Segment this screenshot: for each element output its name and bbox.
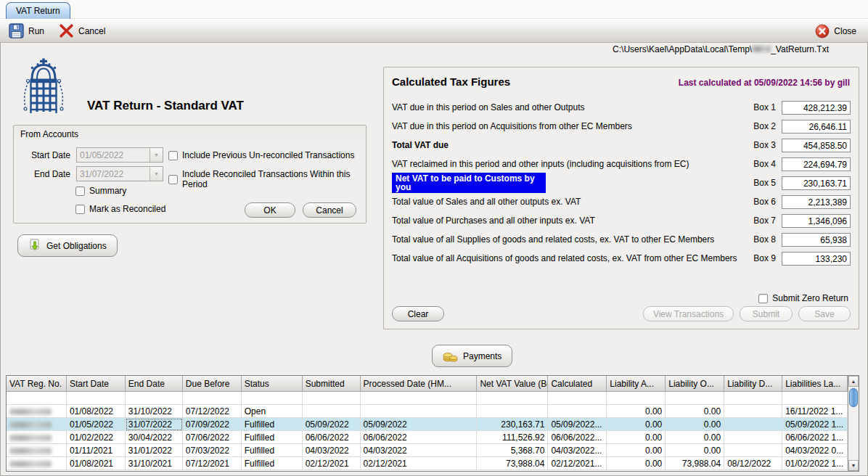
scroll-up-button[interactable]: ▲ [848, 376, 859, 387]
mark-as-reconciled-checkbox[interactable] [75, 205, 85, 214]
grid-cell[interactable]: 0.00 [666, 444, 724, 457]
submit-zero-return-checkbox[interactable] [758, 294, 768, 303]
grid-cell[interactable]: 05/09/2022 [303, 418, 361, 431]
vertical-scrollbar[interactable]: ▲ ▼ [848, 376, 859, 471]
grid-cell[interactable]: 73,988.04 [666, 457, 724, 470]
start-date-picker[interactable]: 01/05/2022 ▼ [76, 147, 163, 163]
end-date-picker[interactable]: 31/07/2022 ▼ [76, 166, 163, 181]
box-value-field[interactable]: 2,213,389 [782, 195, 851, 209]
from-accounts-ok-button[interactable]: OK [245, 202, 295, 218]
grid-row[interactable]: 01/08/202231/10/202207/12/2022Open0.000.… [7, 405, 848, 418]
grid-row[interactable]: 01/08/202131/10/202107/12/2021Fulfilled0… [7, 457, 848, 470]
grid-cell[interactable] [724, 405, 782, 418]
box-value-field[interactable]: 133,230 [782, 252, 851, 266]
grid-cell[interactable]: 04/03/2022 [303, 444, 361, 457]
grid-cell[interactable]: 04/03/2022 0... [782, 444, 848, 457]
grid-cell[interactable]: Fulfilled [242, 418, 303, 431]
include-previous-unreconciled-checkbox[interactable] [168, 151, 178, 160]
grid-cell[interactable]: 01/02/2022 1... [782, 457, 848, 470]
save-button[interactable]: Save [798, 306, 851, 321]
include-reconciled-within-checkbox[interactable] [168, 175, 178, 184]
grid-cell[interactable] [548, 392, 607, 405]
grid-cell[interactable] [7, 392, 67, 405]
grid-cell[interactable]: Fulfilled [242, 444, 303, 457]
grid-cell[interactable]: 31/10/2022 [126, 405, 183, 418]
grid-cell[interactable] [782, 392, 848, 405]
column-header[interactable]: Processed Date (HM... [361, 376, 478, 392]
grid-cell[interactable] [477, 405, 548, 418]
grid-cell[interactable] [724, 431, 782, 444]
grid-row[interactable]: 01/02/202230/04/202207/06/2022Fulfilled0… [7, 431, 848, 444]
from-accounts-cancel-button[interactable]: Cancel [303, 202, 356, 218]
close-button[interactable]: Close [808, 20, 868, 42]
grid-cell[interactable]: 01/05/2022 [67, 418, 126, 431]
box-value-field[interactable]: 26,646.11 [782, 120, 851, 134]
column-header[interactable]: Start Date [67, 376, 126, 392]
column-header[interactable]: VAT Reg. No. [7, 376, 67, 392]
grid-cell[interactable] [242, 392, 303, 405]
grid-cell[interactable]: 06/06/2022 1... [782, 431, 848, 444]
column-header[interactable]: Net VAT Value (Box... [477, 376, 548, 392]
box-value-field[interactable]: 1,346,096 [782, 214, 851, 228]
grid-cell[interactable] [7, 444, 67, 457]
combo-arrow-icon[interactable]: ▼ [150, 148, 163, 162]
grid-cell[interactable]: 07/12/2021 [183, 457, 242, 470]
grid-cell[interactable]: Open [242, 405, 303, 418]
grid-cell[interactable]: 0.00 [607, 405, 666, 418]
column-header[interactable]: Liability D... [724, 376, 782, 392]
grid-cell[interactable] [724, 444, 782, 457]
grid-cell[interactable]: 16/11/2022 1... [782, 405, 848, 418]
column-header[interactable]: Status [242, 376, 303, 392]
grid-cell[interactable] [126, 392, 183, 405]
box-value-field[interactable]: 454,858.50 [782, 139, 851, 152]
grid-cell[interactable]: 02/12/2021 [361, 457, 478, 470]
grid-cell[interactable]: 0.00 [666, 418, 724, 431]
column-header[interactable]: Liability A... [607, 376, 666, 392]
grid-cell[interactable] [607, 392, 666, 405]
grid-cell[interactable]: 0.00 [607, 418, 666, 431]
grid-cell[interactable] [724, 418, 782, 431]
box-value-field[interactable]: 428,212.39 [782, 101, 851, 115]
grid-cell[interactable]: 0.00 [666, 431, 724, 444]
grid-cell[interactable]: 5,368.70 [477, 444, 548, 457]
grid-cell[interactable] [666, 392, 724, 405]
grid-cell[interactable] [7, 431, 67, 444]
grid-cell[interactable] [361, 392, 478, 405]
grid-row[interactable]: 01/11/202131/01/202207/03/2022Fulfilled0… [7, 444, 848, 457]
grid-cell[interactable] [477, 392, 548, 405]
view-transactions-button[interactable]: View Transactions [643, 306, 734, 321]
grid-cell[interactable]: 0.00 [666, 405, 724, 418]
grid-cell[interactable] [7, 405, 67, 418]
grid-cell[interactable]: 01/08/2022 [67, 405, 126, 418]
grid-cell[interactable]: 30/04/2022 [126, 431, 183, 444]
grid-cell[interactable]: 230,163.71 [477, 418, 548, 431]
run-button[interactable]: Run [0, 20, 52, 42]
submit-button[interactable]: Submit [740, 306, 793, 321]
get-obligations-button[interactable]: Get Obligations [17, 234, 118, 257]
grid-cell[interactable]: 02/12/2021... [548, 457, 607, 470]
grid-cell[interactable]: 0.00 [607, 431, 666, 444]
combo-arrow-icon[interactable]: ▼ [150, 167, 163, 181]
column-header[interactable]: End Date [126, 376, 183, 392]
grid-cell[interactable]: 04/03/2022... [548, 444, 607, 457]
grid-cell[interactable]: 111,526.92 [477, 431, 548, 444]
grid-cell[interactable] [67, 392, 126, 405]
column-header[interactable]: Due Before [183, 376, 242, 392]
column-header[interactable]: Calculated [548, 376, 607, 392]
grid-cell[interactable] [303, 405, 361, 418]
grid-cell[interactable]: 05/09/2022 [361, 418, 478, 431]
grid-cell[interactable]: 04/03/2022 [361, 444, 478, 457]
grid-cell[interactable]: Fulfilled [242, 457, 303, 470]
grid-cell[interactable] [7, 418, 67, 431]
grid-cell[interactable] [7, 457, 67, 470]
payments-button[interactable]: Payments [432, 345, 512, 367]
grid-cell[interactable]: 31/01/2022 [126, 444, 183, 457]
grid-cell[interactable]: 06/06/2022... [548, 431, 607, 444]
grid-cell[interactable] [183, 392, 242, 405]
grid-cell[interactable]: 01/11/2021 [67, 444, 126, 457]
column-header[interactable]: Liability O... [666, 376, 724, 392]
grid-cell[interactable] [303, 392, 361, 405]
grid-cell[interactable] [548, 405, 607, 418]
grid-cell[interactable]: 01/08/2021 [67, 457, 126, 470]
grid-cell[interactable]: 08/12/2022 [724, 457, 782, 470]
